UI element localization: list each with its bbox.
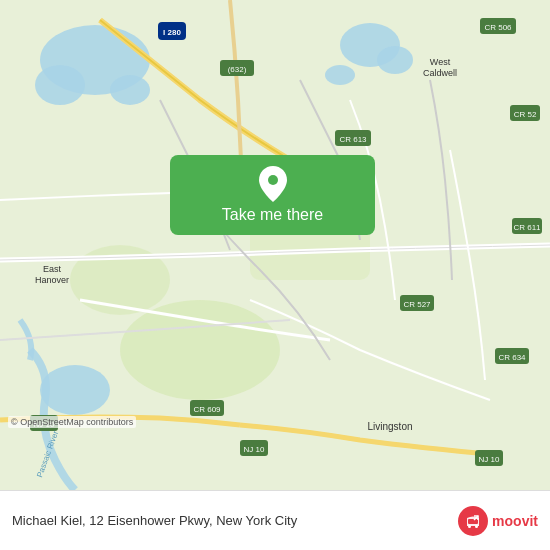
svg-text:CR 506: CR 506 xyxy=(484,23,512,32)
svg-point-41 xyxy=(268,175,278,185)
moovit-logo-icon xyxy=(458,506,488,536)
svg-text:CR 613: CR 613 xyxy=(339,135,367,144)
svg-text:CR 527: CR 527 xyxy=(403,300,431,309)
svg-text:East: East xyxy=(43,264,62,274)
svg-text:CR 634: CR 634 xyxy=(498,353,526,362)
copyright-text: © OpenStreetMap contributors xyxy=(8,416,136,428)
take-me-there-button[interactable]: Take me there xyxy=(170,155,375,235)
svg-text:NJ 10: NJ 10 xyxy=(479,455,500,464)
svg-text:Hanover: Hanover xyxy=(35,275,69,285)
map-container: I 280 CR 506 (632) West Caldwell CR 613 … xyxy=(0,0,550,490)
svg-text:Caldwell: Caldwell xyxy=(423,68,457,78)
svg-text:I 280: I 280 xyxy=(163,28,181,37)
svg-text:Livingston: Livingston xyxy=(367,421,412,432)
button-label: Take me there xyxy=(222,206,323,224)
bottom-bar: Michael Kiel, 12 Eisenhower Pkwy, New Yo… xyxy=(0,490,550,550)
svg-point-45 xyxy=(475,525,478,528)
svg-text:NJ 10: NJ 10 xyxy=(244,445,265,454)
svg-point-7 xyxy=(40,365,110,415)
moovit-logo-text: moovit xyxy=(492,513,538,529)
svg-text:West: West xyxy=(430,57,451,67)
address-text: Michael Kiel, 12 Eisenhower Pkwy, New Yo… xyxy=(12,513,448,528)
svg-text:(632): (632) xyxy=(228,65,247,74)
svg-point-44 xyxy=(468,525,471,528)
svg-rect-43 xyxy=(468,519,478,524)
svg-point-8 xyxy=(120,300,280,400)
svg-point-3 xyxy=(110,75,150,105)
svg-text:CR 52: CR 52 xyxy=(514,110,537,119)
svg-text:CR 609: CR 609 xyxy=(193,405,221,414)
svg-point-6 xyxy=(325,65,355,85)
svg-point-5 xyxy=(377,46,413,74)
svg-point-2 xyxy=(35,65,85,105)
svg-text:CR 611: CR 611 xyxy=(513,223,541,232)
moovit-logo: moovit xyxy=(458,506,538,536)
